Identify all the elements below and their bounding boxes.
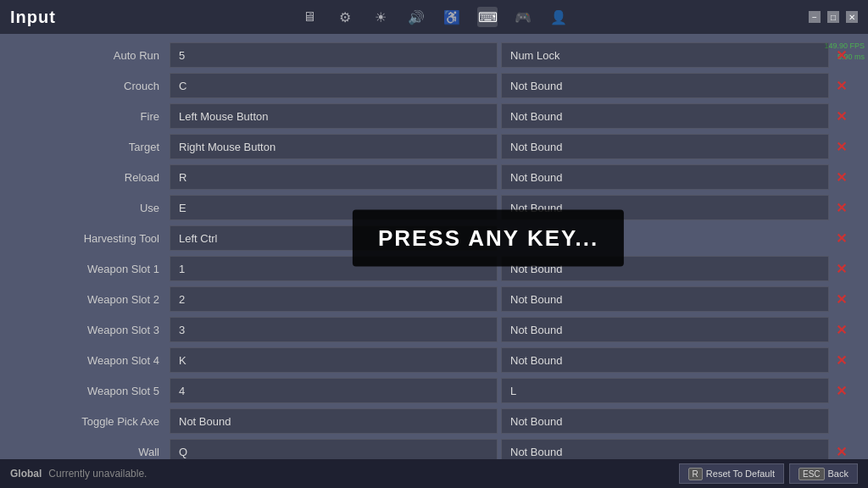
binding-clear-use[interactable]: ✕	[831, 197, 851, 218]
binding-clear-weapon-slot-1[interactable]: ✕	[831, 258, 851, 279]
back-button-label: Back	[828, 469, 849, 479]
binding-primary-auto-run[interactable]: 5	[170, 42, 498, 68]
binding-primary-harvesting-tool[interactable]: Left Ctrl	[170, 225, 498, 251]
binding-label-harvesting-tool: Harvesting Tool	[17, 232, 170, 245]
back-key-badge: ESC	[798, 468, 825, 480]
status-scope-label: Global	[10, 468, 42, 480]
binding-secondary-weapon-slot-5[interactable]: L	[501, 378, 829, 403]
binding-secondary-toggle-pick-axe[interactable]: Not Bound	[501, 408, 829, 434]
status-right: R Reset To Default ESC Back	[679, 463, 858, 484]
binding-label-target: Target	[17, 141, 170, 153]
table-row: Target Right Mouse Button Not Bound ✕	[17, 132, 851, 161]
binding-primary-wall[interactable]: Q	[170, 439, 498, 459]
status-left: Global Currently unavailable.	[10, 468, 147, 480]
binding-clear-weapon-slot-3[interactable]: ✕	[831, 319, 851, 340]
clear-icon: ✕	[836, 230, 847, 247]
clear-icon: ✕	[836, 322, 847, 338]
minimize-button[interactable]: −	[809, 11, 821, 23]
binding-secondary-weapon-slot-3[interactable]: Not Bound	[501, 317, 829, 342]
monitor-icon[interactable]: 🖥	[299, 7, 320, 27]
binding-label-weapon-slot-2: Weapon Slot 2	[17, 293, 170, 306]
clear-icon: ✕	[836, 200, 847, 216]
gear-icon[interactable]: ⚙	[335, 7, 355, 27]
table-row: Weapon Slot 1 1 Not Bound ✕	[17, 254, 851, 283]
binding-primary-weapon-slot-4[interactable]: K	[170, 347, 498, 373]
binding-primary-weapon-slot-3[interactable]: 3	[170, 317, 498, 342]
binding-label-reload: Reload	[17, 171, 170, 184]
binding-primary-target[interactable]: Right Mouse Button	[170, 134, 498, 159]
binding-primary-weapon-slot-1[interactable]: 1	[170, 256, 498, 281]
binding-secondary-weapon-slot-2[interactable]: Not Bound	[501, 286, 829, 312]
title-bar: Input 🖥 ⚙ ☀ 🔊 ♿ ⌨ 🎮 👤 − □ ✕	[0, 0, 868, 34]
clear-icon: ✕	[836, 352, 847, 369]
clear-icon: ✕	[836, 291, 847, 308]
reset-button-label: Reset To Default	[706, 469, 775, 479]
binding-label-auto-run: Auto Run	[17, 49, 170, 62]
binding-secondary-wall[interactable]: Not Bound	[501, 439, 829, 459]
binding-secondary-crouch[interactable]: Not Bound	[501, 73, 829, 98]
binding-primary-fire[interactable]: Left Mouse Button	[170, 103, 498, 129]
table-row: Toggle Pick Axe Not Bound Not Bound	[17, 407, 851, 435]
controller-icon[interactable]: 🎮	[513, 7, 533, 27]
binding-secondary-reload[interactable]: Not Bound	[501, 164, 829, 190]
binding-label-crouch: Crouch	[17, 80, 170, 92]
binding-primary-weapon-slot-5[interactable]: 4	[170, 378, 498, 403]
account-icon[interactable]: 👤	[548, 7, 569, 27]
bindings-list[interactable]: Auto Run 5 Num Lock ✕ Crouch C Not Bound…	[0, 34, 868, 459]
status-bar: Global Currently unavailable. R Reset To…	[0, 459, 868, 488]
binding-clear-fire[interactable]: ✕	[831, 106, 851, 126]
binding-label-weapon-slot-3: Weapon Slot 3	[17, 324, 170, 336]
binding-clear-reload[interactable]: ✕	[831, 167, 851, 187]
binding-clear-toggle-pick-axe	[831, 411, 851, 431]
table-row: Auto Run 5 Num Lock ✕	[17, 41, 851, 69]
binding-label-weapon-slot-5: Weapon Slot 5	[17, 385, 170, 397]
binding-secondary-use[interactable]: Not Bound	[501, 195, 829, 220]
audio-icon[interactable]: 🔊	[406, 7, 426, 27]
clear-icon: ✕	[836, 261, 847, 277]
binding-clear-harvesting-tool[interactable]: ✕	[831, 228, 851, 248]
binding-clear-target[interactable]: ✕	[831, 136, 851, 157]
binding-label-wall: Wall	[17, 446, 170, 458]
binding-secondary-auto-run[interactable]: Num Lock	[501, 42, 829, 68]
binding-label-weapon-slot-4: Weapon Slot 4	[17, 354, 170, 367]
binding-secondary-weapon-slot-1[interactable]: Not Bound	[501, 256, 829, 281]
binding-secondary-weapon-slot-4[interactable]: Not Bound	[501, 347, 829, 373]
maximize-button[interactable]: □	[827, 11, 839, 23]
binding-primary-reload[interactable]: R	[170, 164, 498, 190]
page-title: Input	[10, 8, 56, 27]
table-row: Wall Q Not Bound ✕	[17, 437, 851, 459]
binding-primary-toggle-pick-axe[interactable]: Not Bound	[170, 408, 498, 434]
reset-to-default-button[interactable]: R Reset To Default	[679, 463, 784, 484]
binding-clear-crouch[interactable]: ✕	[831, 75, 851, 96]
table-row: Use E Not Bound ✕	[17, 193, 851, 222]
brightness-icon[interactable]: ☀	[370, 7, 391, 27]
title-bar-left: Input	[10, 8, 56, 27]
nav-icons: 🖥 ⚙ ☀ 🔊 ♿ ⌨ 🎮 👤	[299, 7, 569, 27]
binding-primary-weapon-slot-2[interactable]: 2	[170, 286, 498, 312]
reset-key-badge: R	[688, 468, 703, 480]
clear-icon: ✕	[836, 444, 847, 460]
back-button[interactable]: ESC Back	[789, 463, 858, 484]
accessibility-icon[interactable]: ♿	[442, 7, 462, 27]
input-icon[interactable]: ⌨	[477, 7, 498, 27]
table-row: Harvesting Tool Left Ctrl Not Bound ✕ PR…	[17, 224, 851, 252]
binding-secondary-fire[interactable]: Not Bound	[501, 103, 829, 129]
close-button[interactable]: ✕	[846, 11, 858, 23]
binding-label-toggle-pick-axe: Toggle Pick Axe	[17, 415, 170, 428]
binding-primary-use[interactable]: E	[170, 195, 498, 220]
clear-icon: ✕	[836, 47, 847, 64]
binding-clear-weapon-slot-5[interactable]: ✕	[831, 380, 851, 401]
binding-primary-crouch[interactable]: C	[170, 73, 498, 98]
binding-clear-weapon-slot-4[interactable]: ✕	[831, 350, 851, 370]
table-row: Reload R Not Bound ✕	[17, 163, 851, 191]
clear-icon: ✕	[836, 139, 847, 155]
binding-label-use: Use	[17, 202, 170, 214]
table-row: Weapon Slot 3 3 Not Bound ✕	[17, 315, 851, 344]
binding-secondary-target[interactable]: Not Bound	[501, 134, 829, 159]
binding-clear-auto-run[interactable]: ✕	[831, 45, 851, 65]
binding-clear-weapon-slot-2[interactable]: ✕	[831, 289, 851, 309]
window-controls: − □ ✕	[809, 11, 858, 23]
binding-clear-wall[interactable]: ✕	[831, 441, 851, 459]
table-row: Fire Left Mouse Button Not Bound ✕	[17, 102, 851, 130]
table-row: Crouch C Not Bound ✕	[17, 71, 851, 100]
